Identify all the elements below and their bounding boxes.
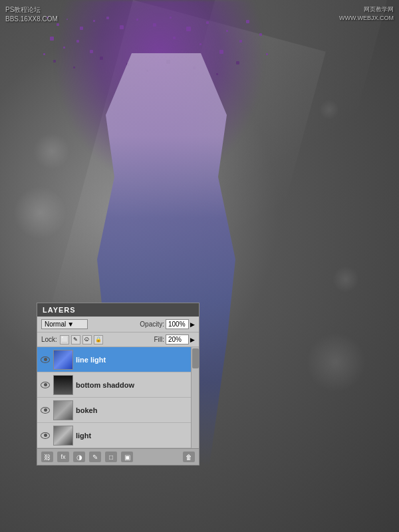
layers-footer: ⛓ fx ◑ ✎ □ ▣ 🗑: [37, 448, 199, 465]
footer-link-icon[interactable]: ⛓: [41, 452, 53, 462]
svg-rect-5: [106, 17, 109, 19]
layers-scrollbar[interactable]: [191, 347, 199, 448]
bokeh-circle-1: [13, 186, 66, 239]
layer-visibility-0[interactable]: [40, 354, 51, 365]
svg-rect-3: [80, 27, 83, 30]
opacity-input[interactable]: 100%: [166, 319, 189, 329]
blend-mode-dropdown[interactable]: Normal ▼: [41, 319, 88, 329]
svg-rect-11: [206, 21, 209, 24]
svg-rect-12: [226, 30, 228, 32]
layer-visibility-3[interactable]: [40, 430, 51, 441]
watermark-tl-line2: BBS.16XX8.COM: [5, 15, 58, 24]
bokeh-circle-3: [332, 266, 359, 293]
svg-rect-8: [153, 23, 156, 27]
layer-thumb-1: [53, 375, 73, 395]
footer-new-layer-icon[interactable]: ▣: [121, 452, 133, 462]
watermark-top-right: 网页教学网 WWW.WEBJX.COM: [339, 5, 394, 22]
layer-row-line-light[interactable]: line light: [37, 347, 199, 372]
layers-controls-row: Normal ▼ Opacity: 100% ▶: [37, 317, 199, 332]
svg-rect-7: [136, 19, 138, 21]
svg-rect-6: [120, 25, 124, 29]
layer-visibility-2[interactable]: [40, 405, 51, 416]
eye-icon-3: [41, 432, 50, 439]
svg-rect-25: [53, 60, 56, 63]
svg-rect-9: [170, 17, 172, 19]
eye-icon-2: [41, 407, 50, 414]
svg-rect-32: [216, 73, 218, 75]
footer-fx-icon[interactable]: fx: [57, 452, 69, 462]
svg-rect-21: [200, 43, 201, 45]
eye-icon-1: [41, 382, 50, 388]
svg-rect-19: [43, 53, 45, 55]
fill-row: Fill: 20% ▶: [154, 334, 195, 344]
layer-name-3: light: [76, 432, 196, 440]
layer-name-1: bottom shaddow: [76, 381, 196, 389]
svg-rect-15: [50, 37, 54, 41]
footer-folder-icon[interactable]: □: [105, 452, 117, 462]
layers-panel-header: LAYERS: [37, 303, 199, 317]
fill-input[interactable]: 20%: [166, 334, 189, 344]
footer-adjustment-icon[interactable]: ✎: [89, 452, 101, 462]
lock-all-icon[interactable]: 🔒: [94, 335, 103, 344]
scroll-thumb[interactable]: [192, 348, 199, 368]
lock-fill-row: Lock: ⬜ ✎ ⛒ 🔒 Fill: 20% ▶: [37, 332, 199, 347]
svg-rect-14: [259, 33, 262, 36]
opacity-row: Opacity: 100% ▶: [140, 319, 195, 329]
lock-label: Lock:: [41, 336, 57, 343]
lock-position-icon[interactable]: ⛒: [82, 335, 92, 344]
lock-icons-group: ⬜ ✎ ⛒ 🔒: [60, 335, 103, 344]
svg-rect-24: [266, 53, 268, 55]
layer-name-2: bokeh: [76, 406, 196, 414]
svg-rect-33: [236, 61, 239, 65]
svg-rect-20: [173, 37, 176, 39]
layers-list: line lightbottom shaddowbokehlight: [37, 347, 199, 448]
footer-mask-icon[interactable]: ◑: [73, 452, 85, 462]
watermark-tl-line1: PS教程论坛: [5, 5, 58, 15]
footer-delete-icon[interactable]: 🗑: [183, 452, 195, 462]
blend-mode-arrow: ▼: [67, 321, 74, 328]
watermark-top-left: PS教程论坛 BBS.16XX8.COM: [5, 5, 58, 24]
eye-icon-0: [41, 356, 50, 363]
layer-thumb-0: [53, 350, 73, 370]
watermark-tr-line2: WWW.WEBJX.COM: [339, 14, 394, 23]
svg-rect-26: [73, 66, 75, 68]
svg-rect-16: [63, 47, 65, 49]
layer-row-bokeh[interactable]: bokeh: [37, 398, 199, 423]
layer-thumb-2: [53, 400, 73, 420]
bokeh-circle-4: [306, 332, 366, 392]
fill-label: Fill:: [154, 336, 164, 343]
svg-rect-4: [93, 20, 95, 22]
svg-rect-18: [90, 50, 93, 53]
opacity-label: Opacity:: [140, 321, 164, 328]
svg-rect-13: [246, 20, 249, 23]
layer-row-bottom-shaddow[interactable]: bottom shaddow: [37, 372, 199, 398]
layer-thumb-3: [53, 426, 73, 446]
lock-transparent-icon[interactable]: ⬜: [60, 335, 69, 344]
layers-panel: LAYERS Normal ▼ Opacity: 100% ▶ Lock: ⬜ …: [37, 303, 200, 466]
svg-rect-27: [100, 57, 103, 60]
bokeh-circle-5: [319, 100, 339, 120]
svg-rect-10: [186, 27, 191, 31]
svg-rect-23: [239, 40, 242, 43]
svg-rect-2: [66, 19, 68, 20]
svg-rect-17: [76, 40, 79, 43]
layer-visibility-1[interactable]: [40, 380, 51, 390]
svg-rect-22: [219, 50, 223, 54]
layers-panel-title: LAYERS: [43, 306, 76, 314]
layer-name-0: line light: [76, 356, 196, 364]
layer-row-light[interactable]: light: [37, 423, 199, 448]
fill-arrow[interactable]: ▶: [190, 336, 195, 343]
watermark-tr-line1: 网页教学网: [339, 5, 394, 14]
opacity-arrow[interactable]: ▶: [190, 321, 195, 328]
lock-brush-icon[interactable]: ✎: [71, 335, 80, 344]
blend-mode-value: Normal: [45, 321, 66, 328]
